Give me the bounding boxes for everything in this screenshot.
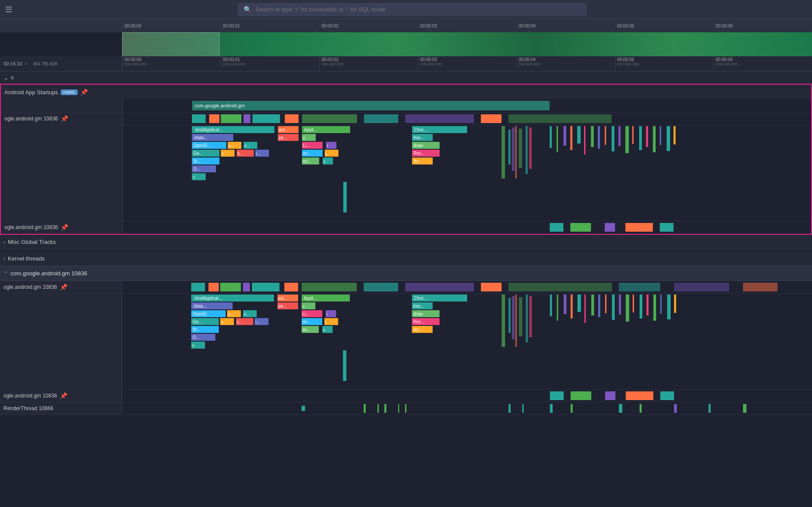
svg-text:A: A: [303, 136, 305, 140]
svg-text:/data...: /data...: [194, 135, 207, 140]
svg-rect-88: [660, 126, 661, 145]
android-track1: ogle.android.gm 10836 📌: [1, 113, 811, 125]
time-ruler: 00:00:00 00:00:01 00:00:02 00:00:03 00:0…: [0, 19, 812, 32]
svg-text:I...: I...: [256, 151, 260, 156]
svg-text:/data...: /data...: [193, 304, 207, 308]
svg-rect-210: [709, 404, 711, 413]
svg-rect-93: [570, 223, 591, 232]
svg-rect-101: [252, 283, 279, 291]
topbar: ☰ 🔍: [0, 0, 812, 19]
svg-rect-182: [619, 295, 621, 315]
process-header[interactable]: ⌃ com.google.android.gm 10836: [0, 266, 812, 281]
svg-rect-191: [343, 350, 347, 381]
menu-icon[interactable]: ☰: [5, 5, 12, 14]
process-track1-pin[interactable]: 📌: [60, 284, 67, 291]
svg-rect-10: [509, 114, 612, 123]
timeline-container: 00:00:00 00:00:01 00:00:02 00:00:03 00:0…: [0, 19, 812, 507]
svg-rect-196: [660, 391, 674, 400]
svg-rect-187: [654, 295, 656, 321]
svg-rect-110: [743, 283, 778, 291]
startup-bar[interactable]: com.google.android.gm: [192, 101, 550, 110]
plus-icon[interactable]: +: [25, 61, 28, 66]
track1-pin[interactable]: 📌: [61, 115, 68, 122]
svg-text:Chor...: Chor...: [414, 296, 427, 301]
process-flame1-content[interactable]: bindApplicat... act... Appli... Chor... …: [122, 294, 812, 390]
svg-rect-89: [667, 126, 670, 151]
pos-tick-3: 00:00:03 000 000 000: [418, 56, 516, 71]
svg-rect-106: [481, 283, 502, 291]
svg-rect-9: [481, 114, 502, 123]
svg-rect-205: [550, 404, 553, 413]
kernel-threads-header[interactable]: › Kernel threads: [0, 251, 812, 266]
process-track1-content[interactable]: [122, 281, 812, 293]
ruler-tick-6: 00:00:06: [713, 24, 812, 28]
svg-rect-95: [625, 223, 653, 232]
svg-rect-167: [512, 296, 515, 339]
svg-text:draw: draw: [413, 143, 423, 148]
process-track2-pin[interactable]: 📌: [60, 392, 67, 399]
svg-text:S...: S...: [237, 151, 244, 156]
svg-text:on...: on...: [303, 159, 311, 164]
pin-icon[interactable]: 📌: [80, 89, 88, 96]
android-flame1-content[interactable]: bindApplicat... act... Appli... Chor... …: [123, 125, 811, 221]
pos-bar-label: 00:16:33 + 364 785 828: [0, 56, 122, 71]
render-thread-row: RenderThread 10866: [0, 402, 812, 415]
svg-rect-199: [378, 404, 379, 413]
minimap-canvas[interactable]: [122, 32, 812, 56]
svg-rect-4: [252, 114, 280, 123]
svg-text:Li...: Li...: [303, 143, 310, 148]
svg-text:Rec...: Rec...: [413, 151, 425, 156]
svg-text:I: I: [327, 312, 328, 316]
svg-text:A: A: [221, 151, 224, 156]
svg-text:V: V: [192, 343, 195, 348]
ruler-tick-4: 00:00:04: [516, 24, 615, 28]
render-thread-content[interactable]: [122, 402, 812, 415]
frame-count: 364 785 828: [33, 62, 57, 66]
svg-rect-166: [509, 298, 511, 333]
track2-pin[interactable]: 📌: [61, 224, 68, 231]
svg-rect-3: [244, 114, 251, 123]
kernel-chevron-icon: ›: [3, 256, 5, 262]
svg-rect-67: [512, 127, 514, 171]
svg-rect-103: [302, 283, 357, 291]
svg-rect-206: [571, 404, 573, 413]
search-input[interactable]: [255, 6, 581, 13]
toolbar-row: ⌄ ≡: [0, 72, 812, 84]
svg-text:A...: A...: [228, 144, 234, 148]
svg-text:pe...: pe...: [279, 135, 287, 140]
collapse-icon[interactable]: ⌄: [3, 74, 9, 81]
misc-global-tracks-header[interactable]: › Misc Global Tracks: [0, 235, 812, 250]
svg-text:A...: A...: [228, 312, 234, 316]
menu-dots-icon[interactable]: ≡: [10, 74, 14, 81]
svg-text:An...: An...: [413, 159, 423, 164]
process-track2-content[interactable]: [122, 390, 812, 402]
startup-label-col: [1, 99, 123, 112]
svg-rect-7: [364, 114, 399, 123]
svg-rect-175: [571, 295, 573, 319]
svg-text:act...: act...: [278, 296, 288, 301]
android-section-header[interactable]: Android App Startups metric 📌: [1, 85, 811, 99]
svg-text:bindApplicat...: bindApplicat...: [195, 296, 222, 301]
pos-tick-5: 00:00:05 000 000 000: [615, 56, 714, 71]
android-track1-content[interactable]: [123, 113, 811, 125]
timestamp: 00:16:33: [3, 61, 22, 66]
process-track2: ogle.android.gm 10836 📌: [0, 390, 812, 402]
svg-text:act...: act...: [279, 127, 288, 132]
svg-rect-200: [384, 404, 386, 413]
misc-chevron-icon: ›: [3, 239, 5, 245]
startup-bar-row: com.google.android.gm: [1, 99, 811, 113]
search-bar[interactable]: 🔍: [237, 3, 587, 16]
svg-rect-174: [564, 295, 566, 314]
svg-rect-82: [619, 126, 621, 146]
svg-rect-68: [515, 126, 516, 178]
svg-rect-98: [209, 283, 219, 291]
svg-text:A: A: [221, 320, 224, 324]
pos-bar-ticks: 00:00:00 000 000 000 00:00:01 000 000 00…: [122, 56, 812, 71]
svg-rect-171: [529, 296, 532, 337]
svg-rect-197: [302, 406, 305, 411]
misc-section-title: Misc Global Tracks: [8, 239, 56, 245]
svg-text:o: o: [323, 328, 325, 332]
svg-rect-87: [653, 126, 656, 152]
android-track2-content[interactable]: [123, 221, 811, 233]
svg-rect-90: [674, 126, 676, 144]
